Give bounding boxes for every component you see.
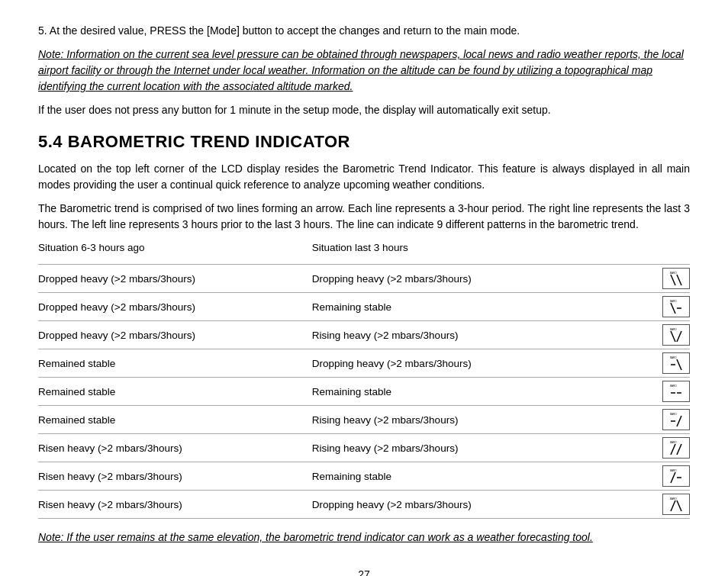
svg-line-1 [671, 275, 675, 285]
baro-icon: BARO [662, 268, 690, 289]
situation-right: Rising heavy (>2 mbars/3hours) [312, 442, 605, 454]
svg-text:BARO: BARO [670, 497, 677, 500]
situation-left: Risen heavy (>2 mbars/3hours) [38, 499, 312, 510]
baro-icon: BARO [662, 352, 690, 374]
para2: The Barometric trend is comprised of two… [38, 201, 690, 233]
baro-icon-cell: BARO [605, 437, 690, 459]
table-row: Dropped heavy (>2 mbars/3hours)Remaining… [38, 292, 690, 320]
svg-text:BARO: BARO [670, 356, 677, 359]
situation-right: Remaining stable [312, 301, 605, 313]
situation-left: Remained stable [38, 386, 312, 397]
table-row: Risen heavy (>2 mbars/3hours)Remaining s… [38, 462, 690, 490]
svg-text:BARO: BARO [670, 413, 677, 416]
svg-line-20 [677, 444, 681, 455]
table-row: Remained stableRemaining stable BARO [38, 377, 690, 405]
para1: Located on the top left corner of the LC… [38, 161, 690, 193]
svg-text:BARO: BARO [670, 272, 677, 275]
svg-text:BARO: BARO [670, 300, 677, 303]
situation-right: Remaining stable [312, 471, 605, 482]
svg-line-4 [671, 303, 675, 314]
situation-left: Risen heavy (>2 mbars/3hours) [38, 471, 312, 482]
situation-left: Risen heavy (>2 mbars/3hours) [38, 442, 312, 454]
page-content: 5. At the desired value, PRESS the [Mode… [38, 23, 690, 576]
svg-line-2 [677, 275, 681, 285]
situation-right: Dropping heavy (>2 mbars/3hours) [312, 273, 605, 285]
col-header-left: Situation 6-3 hours ago [38, 242, 312, 253]
line1: 5. At the desired value, PRESS the [Mode… [38, 23, 690, 39]
situation-left: Remained stable [38, 414, 312, 426]
baro-icon: BARO [662, 296, 690, 317]
baro-icon: BARO [662, 324, 690, 346]
baro-icon: BARO [662, 494, 690, 515]
note1: Note: Information on the current sea lev… [38, 47, 690, 95]
baro-icon-cell: BARO [605, 494, 690, 515]
svg-text:BARO: BARO [670, 441, 677, 444]
svg-line-8 [677, 331, 681, 342]
baro-icon: BARO [662, 437, 690, 459]
table-row: Remained stableRising heavy (>2 mbars/3h… [38, 405, 690, 433]
baro-icon: BARO [662, 465, 690, 487]
situation-left: Dropped heavy (>2 mbars/3hours) [38, 273, 312, 285]
svg-line-25 [671, 500, 675, 511]
svg-line-7 [671, 331, 675, 342]
col-header-right: Situation last 3 hours [312, 242, 605, 253]
baro-icon-cell: BARO [605, 296, 690, 317]
table-row: Risen heavy (>2 mbars/3hours)Dropping he… [38, 490, 690, 519]
situation-right: Dropping heavy (>2 mbars/3hours) [312, 499, 605, 510]
baro-icon-cell: BARO [605, 381, 690, 402]
baro-icon-cell: BARO [605, 352, 690, 374]
table-row: Risen heavy (>2 mbars/3hours)Rising heav… [38, 433, 690, 462]
situation-left: Dropped heavy (>2 mbars/3hours) [38, 330, 312, 341]
svg-text:BARO: BARO [670, 328, 677, 331]
section-title: 5.4 BAROMETRIC TREND INDICATOR [38, 132, 690, 152]
baro-icon: BARO [662, 409, 690, 430]
baro-icon-cell: BARO [605, 268, 690, 289]
baro-icon-cell: BARO [605, 409, 690, 430]
situation-right: Rising heavy (>2 mbars/3hours) [312, 414, 605, 426]
baro-icon-cell: BARO [605, 324, 690, 346]
table-row: Remained stableDropping heavy (>2 mbars/… [38, 349, 690, 377]
baro-icon: BARO [662, 381, 690, 402]
situation-right: Dropping heavy (>2 mbars/3hours) [312, 358, 605, 369]
svg-line-19 [671, 444, 675, 455]
svg-line-17 [677, 416, 681, 426]
svg-text:BARO: BARO [670, 469, 677, 472]
line2: If the user does not press any button fo… [38, 102, 690, 118]
svg-line-22 [671, 472, 675, 483]
baro-icon-cell: BARO [605, 465, 690, 487]
table-header: Situation 6-3 hours ago Situation last 3… [38, 240, 690, 256]
situation-right: Remaining stable [312, 386, 605, 397]
note2: Note: If the user remains at the same el… [38, 529, 690, 545]
svg-text:BARO: BARO [670, 385, 677, 388]
svg-line-26 [677, 500, 681, 511]
baro-table: Dropped heavy (>2 mbars/3hours)Dropping … [38, 264, 690, 519]
situation-left: Remained stable [38, 358, 312, 369]
svg-line-11 [677, 359, 681, 370]
table-row: Dropped heavy (>2 mbars/3hours)Dropping … [38, 264, 690, 292]
situation-right: Rising heavy (>2 mbars/3hours) [312, 330, 605, 341]
table-row: Dropped heavy (>2 mbars/3hours)Rising he… [38, 320, 690, 349]
situation-left: Dropped heavy (>2 mbars/3hours) [38, 301, 312, 313]
page-number: 27 [38, 568, 690, 576]
